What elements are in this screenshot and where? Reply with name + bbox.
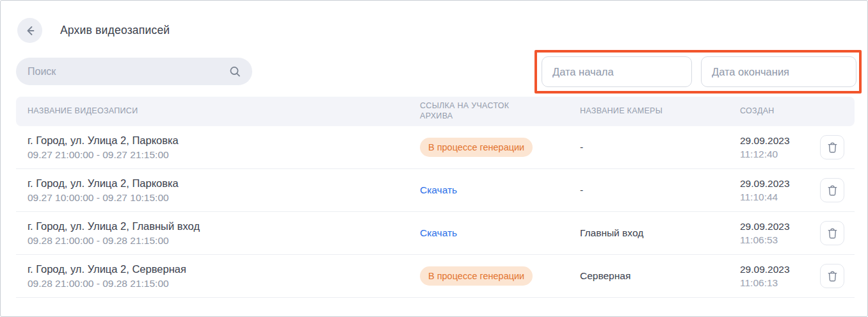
archive-link-cell: В процессе генерации — [420, 266, 580, 286]
generation-status-badge: В процессе генерации — [420, 266, 533, 286]
recordings-table: НАЗВАНИЕ ВИДЕОЗАПИСИ ССЫЛКА НА УЧАСТОК А… — [16, 97, 855, 298]
table-row: г. Город, ул. Улица 2, Серверная 09.28 2… — [16, 255, 855, 298]
recording-name: г. Город, ул. Улица 2, Парковка — [28, 177, 420, 190]
created-time: 11:06:53 — [740, 234, 820, 246]
download-link[interactable]: Скачать — [420, 227, 457, 238]
recording-name: г. Город, ул. Улица 2, Парковка — [28, 134, 420, 147]
created-date: 29.09.2023 — [740, 221, 820, 232]
search-icon — [228, 65, 242, 79]
table-row: г. Город, ул. Улица 2, Парковка 09.27 10… — [16, 169, 855, 212]
table-row: г. Город, ул. Улица 2, Главный вход 09.2… — [16, 212, 855, 255]
generation-status-badge: В процессе генерации — [420, 138, 533, 157]
camera-name: - — [580, 142, 740, 153]
created-time: 11:06:13 — [740, 277, 820, 289]
date-end-input[interactable] — [701, 56, 856, 87]
table-header: НАЗВАНИЕ ВИДЕОЗАПИСИ ССЫЛКА НА УЧАСТОК А… — [16, 97, 855, 126]
created-date: 29.09.2023 — [740, 135, 820, 147]
camera-name: Главный вход — [580, 227, 740, 239]
search-bar — [16, 58, 252, 85]
delete-button[interactable] — [820, 178, 844, 202]
archive-link-cell: В процессе генерации — [420, 138, 580, 157]
delete-button[interactable] — [820, 221, 844, 245]
created-date: 29.09.2023 — [740, 264, 820, 275]
trash-icon — [827, 142, 838, 154]
column-created: СОЗДАН — [740, 106, 820, 117]
recording-period: 09.28 21:00:00 - 09.28 21:15:00 — [28, 235, 420, 247]
download-link[interactable]: Скачать — [420, 184, 457, 195]
camera-name: - — [580, 184, 740, 196]
trash-icon — [827, 227, 838, 240]
column-camera-name: НАЗВАНИЕ КАМЕРЫ — [580, 106, 740, 117]
search-input[interactable] — [28, 66, 228, 77]
delete-button[interactable] — [820, 264, 844, 288]
table-body: г. Город, ул. Улица 2, Парковка 09.27 21… — [16, 126, 855, 298]
date-start-input[interactable] — [542, 56, 692, 87]
trash-icon — [827, 184, 838, 197]
archive-link-cell: Скачать — [420, 184, 580, 196]
column-recording-name: НАЗВАНИЕ ВИДЕОЗАПИСИ — [28, 106, 420, 117]
delete-button[interactable] — [820, 135, 844, 159]
trash-icon — [827, 270, 838, 282]
table-row: г. Город, ул. Улица 2, Парковка 09.27 21… — [16, 126, 855, 169]
page-title: Архив видеозаписей — [60, 24, 170, 37]
back-button[interactable] — [17, 18, 42, 43]
recording-period: 09.28 21:00:00 - 09.28 21:15:00 — [28, 278, 420, 289]
highlight-rectangle — [534, 50, 862, 93]
recording-period: 09.27 21:00:00 - 09.27 21:15:00 — [28, 149, 420, 161]
back-arrow-icon — [23, 24, 37, 38]
recording-name: г. Город, ул. Улица 2, Серверная — [28, 263, 420, 275]
recording-period: 09.27 10:00:00 - 09.27 10:15:00 — [28, 192, 420, 204]
column-archive-link: ССЫЛКА НА УЧАСТОК АРХИВА — [420, 101, 532, 121]
created-date: 29.09.2023 — [740, 178, 820, 190]
archive-link-cell: Скачать — [420, 227, 580, 239]
created-time: 11:12:40 — [740, 149, 820, 160]
recording-name: г. Город, ул. Улица 2, Главный вход — [28, 220, 420, 232]
archive-page: Архив видеозаписей НАЗВАНИЕ ВИДЕОЗАПИСИ … — [0, 0, 868, 317]
camera-name: Серверная — [580, 270, 740, 282]
created-time: 11:10:44 — [740, 191, 820, 203]
